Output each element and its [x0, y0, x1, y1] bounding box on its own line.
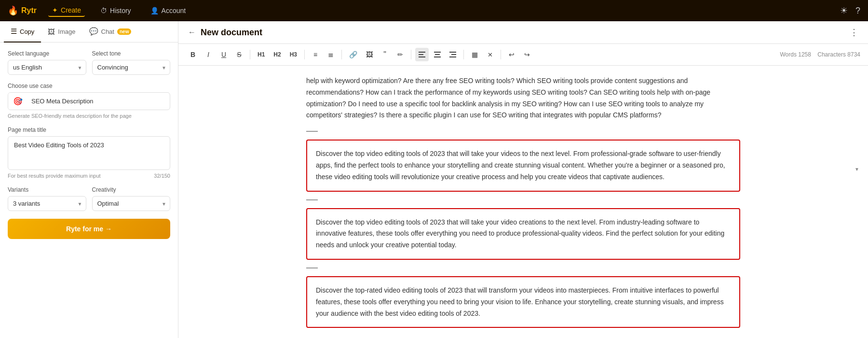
use-case-icon: 🎯	[8, 93, 27, 110]
variants-label: Variants	[8, 186, 86, 193]
nav-history[interactable]: ⏱ History	[96, 5, 135, 16]
back-button[interactable]: ←	[188, 28, 196, 37]
use-case-select-wrapper: 🎯 SEO Meta Description Blog Post Product…	[8, 92, 170, 110]
align-right-button[interactable]	[446, 48, 460, 61]
logo-text: Rytr	[21, 6, 37, 15]
toolbar-divider-4	[411, 50, 411, 59]
svg-rect-7	[451, 54, 456, 55]
doc-title-row: ← New document	[188, 28, 262, 38]
variants-creativity-row: Variants 1 variant 2 variants 3 variants…	[8, 186, 170, 211]
logo-icon: 🔥	[8, 5, 18, 16]
divider-1	[306, 131, 318, 132]
tone-select[interactable]: Convincing Formal Casual Informative Hum…	[92, 60, 171, 75]
link-button[interactable]: 🔗	[346, 48, 361, 61]
h1-button[interactable]: H1	[254, 48, 268, 61]
svg-rect-4	[435, 54, 440, 55]
history-icon: ⏱	[100, 7, 107, 14]
clear-format-button[interactable]: ✕	[483, 48, 497, 61]
toolbar-divider-2	[304, 50, 305, 59]
tab-chat[interactable]: 💬 Chat new	[82, 21, 138, 42]
toolbar-divider-5	[463, 50, 464, 59]
language-select-wrapper: us English uk English French German Span…	[8, 60, 86, 75]
creativity-select[interactable]: Low Medium Optimal High Max	[92, 196, 171, 211]
undo-button[interactable]: ↩	[505, 48, 518, 61]
meta-title-hint: For best results provide maximum input	[8, 173, 101, 179]
redo-button[interactable]: ↪	[520, 48, 534, 61]
char-count: Characters 8734	[817, 51, 860, 58]
bold-button[interactable]: B	[186, 48, 200, 61]
image-button[interactable]: 🖼	[363, 48, 376, 61]
word-count: Words 1258	[780, 51, 811, 58]
quote-button[interactable]: "	[378, 48, 392, 61]
use-case-group: Choose use case 🎯 SEO Meta Description B…	[8, 83, 170, 119]
result-text-2: Discover the top video editing tools of …	[316, 217, 731, 251]
align-center-button[interactable]	[431, 48, 444, 61]
create-icon: ✦	[52, 6, 58, 14]
strikethrough-button[interactable]: S	[232, 48, 246, 61]
help-button[interactable]: ?	[855, 6, 860, 16]
meta-title-count: 32/150	[154, 173, 170, 179]
document-menu-button[interactable]: ⋮	[850, 27, 858, 38]
document-header: ← New document ⋮	[178, 21, 868, 44]
tone-select-wrapper: Convincing Formal Casual Informative Hum…	[92, 60, 171, 75]
h2-button[interactable]: H2	[270, 48, 284, 61]
logo[interactable]: 🔥 Rytr	[8, 5, 37, 16]
divider-2	[306, 199, 318, 200]
svg-rect-1	[419, 54, 423, 55]
main-layout: ☰ Copy 🖼 Image 💬 Chat new Select languag…	[0, 21, 868, 338]
image-tab-icon: 🖼	[48, 28, 55, 36]
meta-title-group: Page meta title Best Video Editing Tools…	[8, 127, 170, 179]
top-nav: 🔥 Rytr ✦ Create ⏱ History 👤 Account ☀ ?	[0, 0, 868, 21]
editor-area[interactable]: help with keyword optimization? Are ther…	[178, 66, 868, 338]
svg-rect-5	[434, 56, 441, 57]
divider-3	[306, 268, 318, 268]
tab-image[interactable]: 🖼 Image	[41, 21, 82, 42]
toolbar-divider-3	[341, 50, 342, 59]
align-left-button[interactable]	[415, 48, 429, 61]
table-button[interactable]: ▦	[468, 48, 481, 61]
sidebar-tabs: ☰ Copy 🖼 Image 💬 Chat new	[0, 21, 178, 42]
ordered-list-button[interactable]: ≣	[324, 48, 338, 61]
h3-button[interactable]: H3	[286, 48, 300, 61]
use-case-select[interactable]: SEO Meta Description Blog Post Product D…	[27, 94, 170, 109]
nav-account[interactable]: 👤 Account	[147, 5, 190, 16]
context-paragraph: help with keyword optimization? Are ther…	[306, 75, 740, 121]
tone-group: Select tone Convincing Formal Casual Inf…	[92, 50, 171, 75]
svg-rect-2	[419, 56, 425, 57]
svg-rect-6	[449, 52, 456, 53]
meta-title-textarea[interactable]: Best Video Editing Tools of 2023	[8, 136, 170, 170]
variants-select[interactable]: 1 variant 2 variants 3 variants	[8, 196, 86, 211]
language-tone-row: Select language us English uk English Fr…	[8, 50, 170, 75]
chat-tab-icon: 💬	[89, 27, 98, 36]
account-icon: 👤	[150, 7, 159, 14]
creativity-group: Creativity Low Medium Optimal High Max ▼	[92, 186, 171, 211]
meta-title-label: Page meta title	[8, 127, 170, 133]
tab-copy[interactable]: ☰ Copy	[4, 21, 41, 42]
highlight-button[interactable]: ✏	[393, 48, 407, 61]
result-block-1: Discover the top video editing tools of …	[306, 140, 740, 191]
underline-button[interactable]: U	[217, 48, 231, 61]
bullet-list-button[interactable]: ≡	[309, 48, 322, 61]
editor-toolbar: B I U S H1 H2 H3 ≡ ≣ 🔗 🖼 " ✏	[178, 44, 868, 66]
sidebar-content: Select language us English uk English Fr…	[0, 42, 178, 338]
result-text-3: Discover the top-rated video editing too…	[316, 285, 731, 319]
italic-button[interactable]: I	[202, 48, 215, 61]
creativity-select-wrapper: Low Medium Optimal High Max ▼	[92, 196, 171, 211]
language-label: Select language	[8, 50, 86, 57]
tone-label: Select tone	[92, 50, 171, 57]
use-case-hint: Generate SEO-friendly meta description f…	[8, 113, 170, 119]
svg-rect-0	[419, 52, 425, 53]
meta-hint-row: For best results provide maximum input 3…	[8, 173, 170, 179]
ryte-for-me-button[interactable]: Ryte for me →	[8, 219, 170, 239]
theme-toggle-button[interactable]: ☀	[840, 5, 848, 16]
content-area: ← New document ⋮ B I U S H1 H2 H3 ≡ ≣ 🔗 …	[178, 21, 868, 338]
result-block-2: Discover the top video editing tools of …	[306, 208, 740, 260]
toolbar-divider-6	[501, 50, 501, 59]
use-case-label: Choose use case	[8, 83, 170, 89]
variants-group: Variants 1 variant 2 variants 3 variants…	[8, 186, 86, 211]
svg-rect-8	[449, 56, 456, 57]
nav-create[interactable]: ✦ Create	[48, 4, 85, 17]
toolbar-divider-1	[250, 50, 250, 59]
language-select[interactable]: us English uk English French German Span…	[8, 60, 86, 75]
language-group: Select language us English uk English Fr…	[8, 50, 86, 75]
